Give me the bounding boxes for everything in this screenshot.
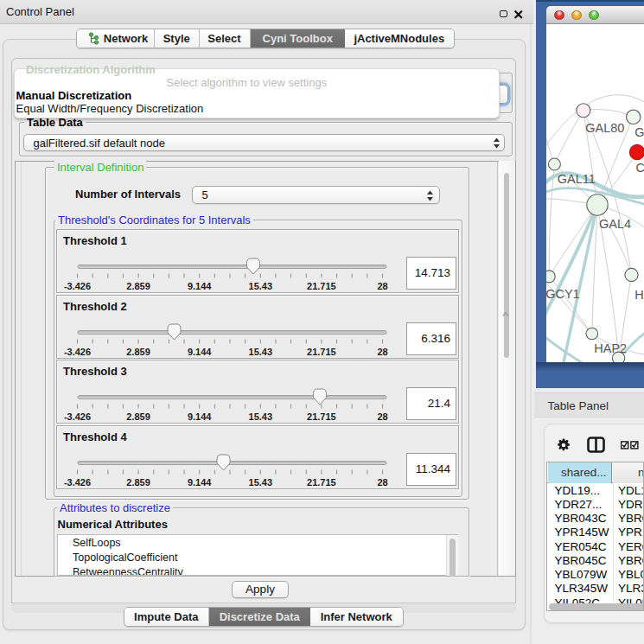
svg-text:-3.426: -3.426 <box>64 477 91 488</box>
svg-text:9.144: 9.144 <box>188 477 212 488</box>
svg-text:-3.426: -3.426 <box>64 411 91 422</box>
svg-text:2.859: 2.859 <box>126 477 150 488</box>
svg-text:21.715: 21.715 <box>307 411 336 422</box>
svg-text:-3.426: -3.426 <box>64 281 91 291</box>
svg-text:GAL80: GAL80 <box>585 120 624 134</box>
svg-text:-3.426: -3.426 <box>64 347 91 357</box>
svg-text:28: 28 <box>377 411 387 422</box>
svg-text:28: 28 <box>377 477 387 488</box>
svg-text:15.43: 15.43 <box>249 347 273 357</box>
svg-text:28: 28 <box>377 347 387 357</box>
svg-text:9.144: 9.144 <box>188 347 212 357</box>
svg-text:2.859: 2.859 <box>126 347 150 357</box>
svg-text:2.859: 2.859 <box>126 411 150 422</box>
svg-text:15.43: 15.43 <box>249 477 273 488</box>
svg-text:9.144: 9.144 <box>188 281 212 291</box>
svg-text:GAL11: GAL11 <box>557 172 595 186</box>
svg-text:15.43: 15.43 <box>249 411 273 422</box>
svg-text:GCY1: GCY1 <box>546 286 580 300</box>
svg-text:GA: GA <box>634 125 644 139</box>
svg-text:28: 28 <box>377 281 387 291</box>
svg-text:15.43: 15.43 <box>249 281 273 291</box>
svg-text:21.715: 21.715 <box>307 477 336 488</box>
svg-text:GAL4: GAL4 <box>599 217 631 231</box>
svg-text:9.144: 9.144 <box>188 411 212 422</box>
svg-text:21.715: 21.715 <box>307 281 336 291</box>
svg-text:HAP2: HAP2 <box>594 341 627 355</box>
svg-text:CY: CY <box>635 161 644 175</box>
svg-text:HA: HA <box>634 288 644 302</box>
svg-text:2.859: 2.859 <box>126 281 150 291</box>
svg-text:21.715: 21.715 <box>307 347 336 357</box>
